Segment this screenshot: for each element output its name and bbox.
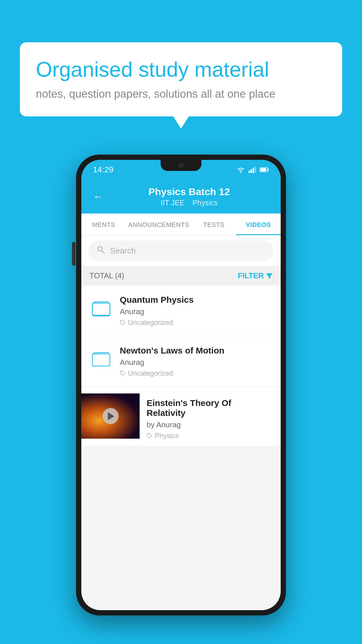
- item-title: Quantum Physics: [120, 295, 273, 305]
- back-button[interactable]: ←: [93, 190, 103, 203]
- item-author: Anurag: [120, 358, 273, 367]
- filter-button[interactable]: FILTER: [238, 271, 273, 280]
- item-info: Einstein's Theory Of Relativity by Anura…: [140, 393, 273, 440]
- status-icons: [236, 167, 269, 173]
- tag-icon: [120, 370, 126, 376]
- filter-icon: [266, 273, 273, 279]
- svg-line-9: [102, 251, 105, 253]
- svg-rect-4: [255, 167, 256, 173]
- svg-point-17: [121, 372, 122, 373]
- batch-tag1: IIT JEE: [161, 199, 184, 207]
- search-bar[interactable]: Search: [88, 241, 274, 261]
- signal-icon: [249, 167, 256, 173]
- search-icon: [96, 245, 105, 256]
- svg-rect-6: [268, 169, 269, 171]
- item-tag: Uncategorized: [120, 318, 273, 327]
- status-bar: 14:29: [81, 160, 281, 180]
- svg-point-14: [121, 321, 122, 322]
- status-time: 14:29: [93, 165, 113, 174]
- svg-rect-16: [92, 354, 110, 366]
- phone-screen: 14:29: [81, 160, 281, 610]
- tabs-bar: MENTS ANNOUNCEMENTS TESTS VIDEOS: [81, 214, 281, 235]
- svg-rect-13: [92, 303, 110, 315]
- tab-videos[interactable]: VIDEOS: [236, 214, 281, 235]
- notch-camera: [178, 163, 184, 168]
- play-button[interactable]: [103, 408, 119, 424]
- item-title: Einstein's Theory Of Relativity: [147, 398, 264, 418]
- item-tag: Uncategorized: [120, 369, 273, 377]
- svg-rect-7: [260, 168, 266, 171]
- item-author: Anurag: [120, 307, 273, 316]
- folder-icon: [89, 296, 113, 319]
- svg-rect-3: [253, 168, 254, 173]
- item-title: Newton's Laws of Motion: [120, 346, 273, 356]
- tag-icon: [120, 320, 126, 326]
- bubble-subtitle: notes, question papers, solutions all at…: [36, 88, 326, 100]
- item-info: Quantum Physics Anurag Uncategorized: [120, 295, 273, 327]
- phone-container: 14:29: [76, 155, 286, 615]
- tab-ments[interactable]: MENTS: [81, 214, 126, 235]
- list-item[interactable]: Quantum Physics Anurag Uncategorized: [81, 286, 281, 336]
- svg-rect-1: [249, 171, 250, 173]
- play-triangle: [108, 412, 114, 420]
- search-container: Search: [81, 235, 281, 266]
- svg-rect-2: [251, 169, 252, 173]
- svg-point-8: [98, 246, 102, 251]
- total-label: TOTAL (4): [89, 271, 124, 280]
- filter-bar: TOTAL (4) FILTER: [81, 266, 281, 286]
- speech-bubble: Organised study material notes, question…: [20, 42, 342, 116]
- thumbnail-bg: [81, 393, 140, 439]
- item-author: by Anurag: [147, 420, 264, 429]
- content-list: Quantum Physics Anurag Uncategorized: [81, 286, 281, 447]
- battery-icon: [260, 167, 269, 172]
- item-info: Newton's Laws of Motion Anurag Uncategor…: [120, 346, 273, 377]
- notch: [161, 160, 201, 171]
- header-title-area: Physics Batch 12 IIT JEE Physics: [109, 186, 269, 207]
- svg-point-0: [240, 172, 242, 173]
- phone-outer: 14:29: [76, 155, 286, 615]
- bubble-title: Organised study material: [36, 57, 326, 82]
- tab-announcements[interactable]: ANNOUNCEMENTS: [126, 214, 191, 235]
- tab-tests[interactable]: TESTS: [191, 214, 236, 235]
- app-header: ← Physics Batch 12 IIT JEE Physics: [81, 180, 281, 214]
- batch-tag2: Physics: [193, 199, 218, 207]
- folder-icon: [89, 347, 113, 370]
- wifi-icon: [236, 167, 245, 173]
- svg-point-18: [148, 434, 149, 435]
- item-tag: Physics: [147, 432, 264, 440]
- video-thumbnail: [81, 393, 140, 439]
- batch-title: Physics Batch 12: [109, 186, 269, 197]
- svg-marker-10: [266, 273, 273, 279]
- list-item[interactable]: Einstein's Theory Of Relativity by Anura…: [81, 387, 281, 447]
- list-item[interactable]: Newton's Laws of Motion Anurag Uncategor…: [81, 336, 281, 387]
- tag-icon: [147, 433, 152, 439]
- search-placeholder-text: Search: [110, 246, 136, 256]
- batch-subtitle: IIT JEE Physics: [109, 199, 269, 207]
